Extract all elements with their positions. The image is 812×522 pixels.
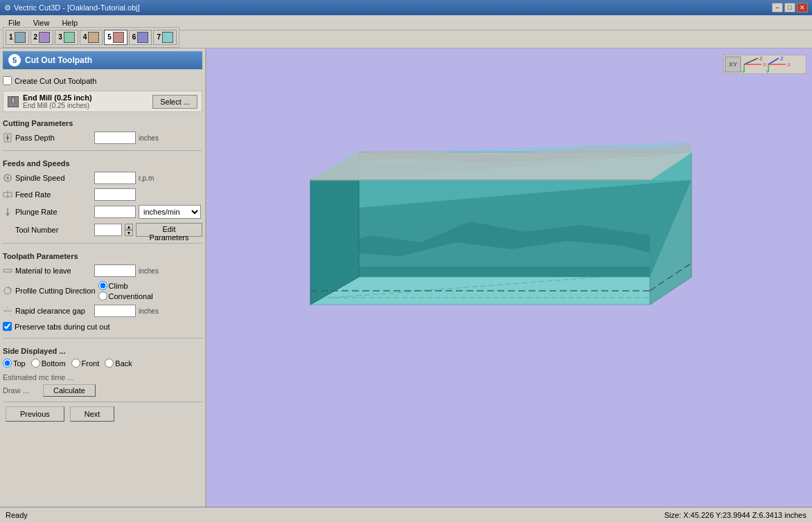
svg-text:Z: Z (759, 55, 763, 62)
material-to-leave-row: Material to leave 0.0 inches (3, 264, 202, 277)
step-6-button[interactable]: 6 (129, 30, 152, 45)
rapid-clearance-unit: inches (139, 307, 159, 315)
separator-2 (3, 243, 202, 244)
separator-3 (3, 338, 202, 339)
rapid-clearance-label: Rapid clearance gap (15, 307, 91, 315)
bottom-radio[interactable] (31, 359, 40, 368)
spindle-speed-input[interactable]: 12000 (94, 172, 136, 184)
plunge-rate-label: Plunge Rate (15, 208, 91, 216)
back-radio-item: Back (105, 359, 132, 368)
svg-text:X: X (787, 62, 791, 68)
feed-rate-input[interactable]: 100.0 (94, 188, 136, 201)
step-buttons: 1 2 3 4 5 6 7 (3, 27, 179, 48)
material-icon (3, 266, 12, 276)
feeds-speeds-label: Feeds and Speeds (3, 159, 202, 168)
minimize-button[interactable]: − (772, 3, 783, 12)
section-number: 5 (8, 54, 21, 66)
cutting-direction-label: Profile Cutting Direction (15, 287, 96, 295)
step-3-button[interactable]: 3 (55, 30, 78, 45)
toolpath-parameters-label: Toolpath Parameters (3, 252, 202, 260)
step-5-button[interactable]: 5 (104, 30, 127, 45)
pass-depth-icon (3, 133, 12, 143)
svg-point-6 (6, 177, 9, 179)
spindle-speed-row: Spindle Speed 12000 r.p.m (3, 172, 202, 184)
viewport: XY Z X Y Z X Y (206, 48, 812, 507)
title-bar: ⚙ Vectric Cut3D - [Oakland-Tutorial.obj]… (0, 0, 812, 15)
next-button[interactable]: Next (70, 406, 115, 422)
main-container: 5 Cut Out Toolpath Create Cut Out Toolpa… (0, 48, 812, 507)
material-to-leave-input[interactable]: 0.0 (94, 264, 136, 277)
cutting-dir-icon (3, 286, 12, 296)
plunge-rate-icon (3, 207, 12, 217)
tool-number-spinner: ▲ ▼ (125, 224, 133, 236)
3d-model-svg (248, 83, 719, 360)
top-radio-item: Top (3, 359, 26, 368)
step-2-button[interactable]: 2 (30, 30, 54, 45)
svg-marker-10 (6, 213, 10, 216)
spindle-speed-unit: r.p.m (139, 174, 154, 182)
feed-rate-label: Feed Rate (15, 190, 91, 199)
select-tool-button[interactable]: Select ... (152, 95, 197, 109)
back-radio[interactable] (105, 359, 114, 368)
front-radio[interactable] (71, 359, 80, 368)
preserve-tabs-row: Preserve tabs during cut out (3, 322, 202, 331)
pass-depth-row: Pass Depth 0.5 inches (3, 132, 202, 144)
left-panel: 5 Cut Out Toolpath Create Cut Out Toolpa… (0, 48, 206, 507)
pass-depth-unit: inches (139, 134, 159, 142)
climb-label: Climb (109, 282, 128, 290)
svg-text:Z: Z (780, 55, 784, 62)
estimated-time-label: Estimated mc time ... (3, 373, 74, 381)
tool-number-input[interactable]: 1 (94, 224, 122, 236)
axis-indicator: XY Z X Y Z X Y (723, 54, 806, 75)
step-4-button[interactable]: 4 (80, 30, 103, 45)
step-1-button[interactable]: 1 (6, 30, 29, 45)
plunge-rate-input[interactable]: 30.0 (94, 206, 136, 218)
section-header: 5 Cut Out Toolpath (3, 51, 202, 69)
create-toolpath-checkbox[interactable] (3, 76, 12, 85)
maximize-button[interactable]: □ (784, 3, 795, 12)
section-title: Cut Out Toolpath (25, 55, 92, 65)
side-displayed-options: Top Bottom Front Back (3, 359, 202, 368)
conventional-radio[interactable] (98, 291, 107, 300)
bottom-nav: Previous Next (3, 402, 202, 426)
window-title: Vectric Cut3D - [Oakland-Tutorial.obj] (14, 3, 140, 12)
draw-label: Draw ... (3, 386, 37, 395)
edit-parameters-button[interactable]: Edit Parameters (136, 223, 202, 237)
previous-button[interactable]: Previous (6, 406, 64, 422)
step-7-button[interactable]: 7 (153, 30, 177, 45)
bottom-label: Bottom (42, 359, 66, 368)
svg-marker-1 (12, 103, 15, 106)
spindle-speed-label: Spindle Speed (15, 174, 91, 182)
tool-info: End Mill (0.25 inch) End Mill (0.25 inch… (3, 91, 202, 112)
svg-rect-0 (12, 98, 15, 103)
separator-1 (3, 150, 202, 151)
draw-row: Draw ... Calculate (3, 384, 202, 397)
tool-subtitle: End Mill (0.25 inches) (23, 102, 92, 109)
calculate-button[interactable]: Calculate (43, 384, 96, 397)
pass-depth-label: Pass Depth (15, 134, 91, 142)
svg-text:X: X (763, 62, 767, 68)
top-radio[interactable] (3, 359, 12, 368)
plunge-rate-unit-select[interactable]: inches/min mm/min (139, 205, 201, 219)
tool-number-label: Tool Number (15, 226, 91, 234)
preserve-tabs-checkbox[interactable] (3, 322, 12, 331)
tool-number-down[interactable]: ▼ (125, 230, 133, 236)
svg-text:XY: XY (729, 61, 737, 68)
svg-text:Y: Y (741, 69, 745, 74)
pass-depth-input[interactable]: 0.5 (94, 132, 136, 144)
status-size-info: Size: X:45.226 Y:23.9944 Z:6.3413 inches (664, 511, 806, 519)
rapid-clearance-input[interactable]: 0.2 (94, 305, 136, 317)
tool-name: End Mill (0.25 inch) (23, 93, 92, 102)
front-radio-item: Front (71, 359, 100, 368)
bottom-radio-item: Bottom (31, 359, 66, 368)
feed-rate-row: Feed Rate 100.0 (3, 188, 202, 201)
climb-radio[interactable] (98, 281, 107, 290)
spindle-icon (3, 173, 12, 183)
close-button[interactable]: ✕ (797, 3, 808, 12)
create-toolpath-label: Create Cut Out Toolpath (15, 77, 96, 85)
tool-number-up[interactable]: ▲ (125, 224, 133, 230)
conventional-label: Conventional (109, 292, 153, 300)
climb-radio-item: Climb (98, 281, 153, 290)
svg-text:Y: Y (766, 69, 770, 74)
plunge-rate-row: Plunge Rate 30.0 inches/min mm/min (3, 205, 202, 219)
